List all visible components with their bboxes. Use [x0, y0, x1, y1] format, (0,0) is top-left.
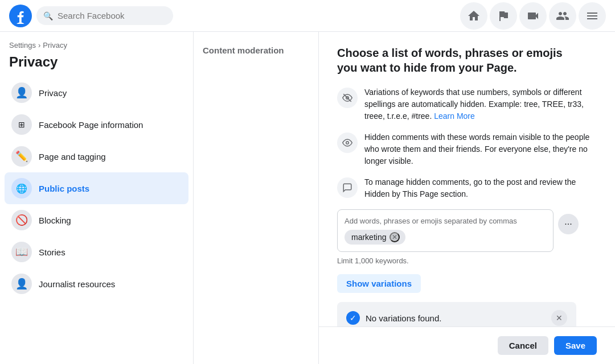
sidebar-item-blocking[interactable]: 🚫 Blocking [5, 204, 188, 236]
learn-more-link[interactable]: Learn More [434, 111, 475, 121]
nav-icons [460, 2, 606, 30]
breadcrumb-separator: › [38, 41, 40, 49]
check-circle-icon: ✓ [346, 311, 360, 325]
no-variations-left: ✓ No variations found. [346, 311, 441, 325]
sidebar: Settings › Privacy Privacy 👤 Privacy ⊞ F… [0, 32, 194, 364]
manage-hidden-text: To manage hidden comments, go to the pos… [364, 176, 597, 200]
keyword-tag-marketing: marketing ✕ [345, 230, 405, 245]
sidebar-item-public-posts[interactable]: 🌐 Public posts [5, 172, 188, 204]
sidebar-item-privacy[interactable]: 👤 Privacy [5, 77, 188, 109]
no-variations-notice: ✓ No variations found. ✕ [337, 302, 576, 326]
breadcrumb-current: Privacy [43, 41, 67, 49]
facebook-page-icon: ⊞ [11, 114, 32, 135]
save-button[interactable]: Save [554, 336, 597, 355]
manage-hidden-icon [337, 177, 358, 198]
panel-heading: Choose a list of words, phrases or emoji… [337, 46, 576, 75]
footer-buttons: Cancel Save [319, 326, 615, 364]
sidebar-item-blocking-label: Blocking [39, 216, 71, 225]
hidden-comments-text: Hidden comments with these words remain … [364, 131, 597, 167]
info-variations: Variations of keywords that use numbers,… [337, 86, 597, 122]
sidebar-item-facebook-page-info[interactable]: ⊞ Facebook Page information [5, 109, 188, 140]
breadcrumb-settings[interactable]: Settings [9, 41, 36, 49]
svg-point-2 [346, 142, 349, 144]
sidebar-item-stories-label: Stories [39, 247, 65, 257]
more-icon: ··· [564, 219, 572, 229]
sidebar-item-journalist[interactable]: 👤 Journalist resources [5, 268, 188, 300]
content-moderation-label: Content moderation [203, 46, 309, 55]
stories-icon: 📖 [11, 242, 32, 262]
sidebar-item-journalist-label: Journalist resources [39, 279, 115, 289]
hidden-comments-icon [337, 133, 358, 153]
keyword-tag-label: marketing [351, 233, 386, 242]
search-input[interactable] [58, 11, 166, 20]
info-hidden-comments: Hidden comments with these words remain … [337, 131, 597, 167]
show-variations-button[interactable]: Show variations [337, 274, 421, 293]
layout: Settings › Privacy Privacy 👤 Privacy ⊞ F… [0, 32, 615, 364]
blocking-icon: 🚫 [11, 210, 32, 230]
search-icon: 🔍 [43, 11, 53, 20]
no-variations-text: No variations found. [366, 313, 441, 323]
right-panel: Choose a list of words, phrases or emoji… [319, 32, 615, 326]
keyword-area[interactable]: Add words, phrases or emojis separated b… [337, 209, 554, 252]
info-manage-hidden: To manage hidden comments, go to the pos… [337, 176, 597, 200]
breadcrumb: Settings › Privacy [5, 41, 188, 52]
right-wrapper: Choose a list of words, phrases or emoji… [319, 32, 615, 364]
home-nav-button[interactable] [460, 2, 487, 30]
close-no-variations-button[interactable]: ✕ [551, 310, 567, 326]
friends-nav-button[interactable] [549, 2, 576, 30]
fb-logo[interactable] [9, 5, 32, 27]
middle-panel: Content moderation [194, 32, 319, 364]
public-posts-icon: 🌐 [11, 178, 32, 198]
privacy-icon: 👤 [11, 82, 32, 103]
variations-text: Variations of keywords that use numbers,… [364, 86, 597, 122]
sidebar-title: Privacy [5, 52, 188, 77]
keyword-limit: Limit 1,000 keywords. [337, 257, 597, 265]
page-tagging-icon: ✏️ [11, 146, 32, 167]
sidebar-item-page-info-label: Facebook Page information [39, 120, 143, 130]
sidebar-item-page-tagging[interactable]: ✏️ Page and tagging [5, 140, 188, 172]
video-nav-button[interactable] [519, 2, 547, 30]
topnav: 🔍 [0, 0, 615, 32]
search-bar[interactable]: 🔍 [36, 6, 173, 25]
variations-icon [337, 88, 358, 108]
sidebar-item-privacy-label: Privacy [39, 88, 67, 98]
sidebar-item-public-posts-label: Public posts [39, 184, 89, 193]
journalist-icon: 👤 [11, 274, 32, 294]
keyword-input-wrapper: Add words, phrases or emojis separated b… [337, 209, 554, 252]
more-options-button[interactable]: ··· [558, 214, 579, 234]
sidebar-item-stories[interactable]: 📖 Stories [5, 236, 188, 268]
flag-nav-button[interactable] [490, 2, 517, 30]
keyword-placeholder: Add words, phrases or emojis separated b… [345, 217, 546, 225]
sidebar-item-page-tagging-label: Page and tagging [39, 152, 106, 162]
cancel-button[interactable]: Cancel [498, 336, 548, 355]
remove-keyword-button[interactable]: ✕ [390, 232, 400, 242]
keyword-tags: marketing ✕ [345, 230, 546, 245]
menu-nav-button[interactable] [579, 2, 606, 30]
